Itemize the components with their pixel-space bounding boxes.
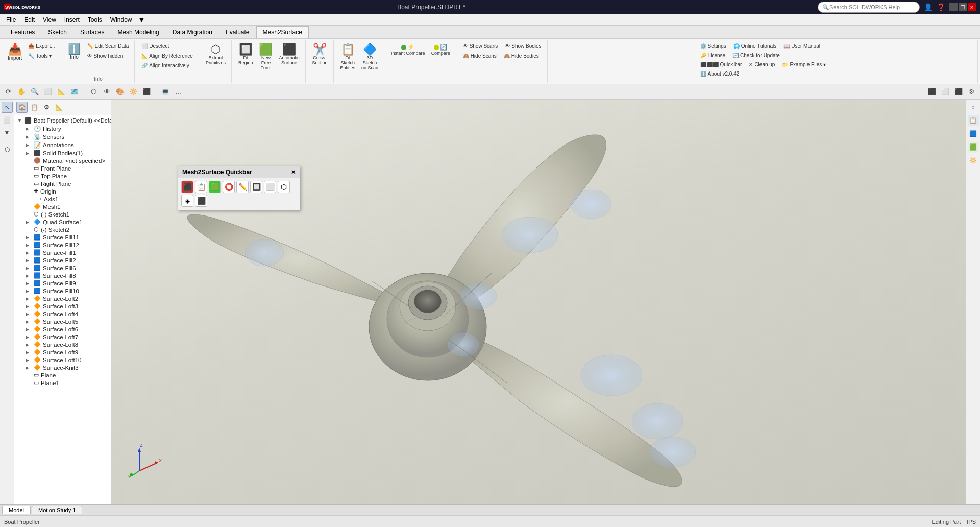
edit-scan-button[interactable]: ✏️ Edit Scan Data xyxy=(85,42,132,51)
right-panel-btn-4[interactable]: 🟩 xyxy=(968,141,979,153)
tree-item-origin[interactable]: ✚ Origin xyxy=(23,187,110,195)
clean-up-button[interactable]: ✕ Clean up xyxy=(746,60,777,69)
tab-data-migration[interactable]: Data Migration xyxy=(166,26,219,38)
tree-item-plane[interactable]: ▭ Plane xyxy=(23,371,110,379)
view-orient-btn[interactable]: 🗺️ xyxy=(68,86,81,98)
about-button[interactable]: ℹ️ About v2.0.42 xyxy=(698,69,742,78)
tree-item-surface-fill11[interactable]: ▶ 🟦 Surface-Fill11 xyxy=(23,233,110,241)
qb-btn-10[interactable]: ⬛ xyxy=(195,195,207,207)
view-appearance-btn[interactable]: 🎨 xyxy=(114,86,126,98)
tree-item-history[interactable]: ▶ 🕐 History xyxy=(23,125,110,133)
tree-item-surface-fill8[interactable]: ▶ 🟦 Surface-Fill8 xyxy=(23,272,110,279)
menu-view[interactable]: View xyxy=(39,15,60,25)
minimize-button[interactable]: – xyxy=(949,3,958,11)
tree-item-surface-loft3[interactable]: ▶ 🔶 Surface-Loft3 xyxy=(23,302,110,310)
view-fullscreen-btn[interactable]: ⬛ xyxy=(926,86,938,98)
show-scans-button[interactable]: 👁 Show Scans xyxy=(460,42,501,51)
tree-item-solid-bodies[interactable]: ▶ ⬛ Solid Bodies(1) xyxy=(23,149,110,157)
view-settings-btn[interactable]: ⚙ xyxy=(966,86,978,98)
import-button[interactable]: 📥 Import xyxy=(5,42,24,63)
tree-item-surface-fill12[interactable]: ▶ 🟦 Surface-Fill12 xyxy=(23,241,110,249)
tree-item-surface-loft8[interactable]: ▶ 🔶 Surface-Loft8 xyxy=(23,341,110,348)
show-bodies-button[interactable]: 👁 Show Bodies xyxy=(502,42,544,51)
search-bar[interactable]: 🔍 xyxy=(818,2,920,13)
qb-btn-4[interactable]: ⭕ xyxy=(223,181,235,193)
tree-item-surface-fill2[interactable]: ▶ 🟦 Surface-Fill2 xyxy=(23,256,110,264)
fit-region-button[interactable]: 🔲 FitRegion xyxy=(236,42,256,67)
export-button[interactable]: 📤 Export... xyxy=(26,42,57,51)
align-interactive-button[interactable]: 🔗 Align Interactively xyxy=(139,61,195,70)
right-panel-btn-2[interactable]: 📋 xyxy=(968,115,979,126)
menu-window[interactable]: Window xyxy=(106,15,136,25)
tree-item-sketch2[interactable]: ⬡ (-) Sketch2 xyxy=(23,226,110,233)
tree-item-surface-loft6[interactable]: ▶ 🔶 Surface-Loft6 xyxy=(23,325,110,333)
check-update-button[interactable]: 🔄 Check for Update xyxy=(730,51,782,60)
view-more-btn[interactable]: … xyxy=(173,86,185,98)
tools-button[interactable]: 🔧 Tools ▾ xyxy=(26,52,57,60)
fit-sketch-button[interactable]: 📋 FitSketchEntities xyxy=(338,42,358,73)
tree-root[interactable]: ▼ ⬛ Boat Propeller (Default) <<Default>_… xyxy=(15,116,110,125)
instant-compare-button[interactable]: ⚡ Instant Compare xyxy=(388,42,428,58)
view-normal-btn[interactable]: 📐 xyxy=(55,86,67,98)
right-panel-btn-1[interactable]: ↕ xyxy=(968,102,979,113)
tree-item-surface-loft10[interactable]: ▶ 🔶 Surface-Loft10 xyxy=(23,356,110,364)
selection-tool-btn[interactable]: ↖ xyxy=(2,102,13,113)
view-display-pane-btn[interactable]: 💻 xyxy=(159,86,172,98)
tree-item-axis1[interactable]: ⟶ Axis1 xyxy=(23,195,110,203)
menu-edit[interactable]: Edit xyxy=(20,15,39,25)
tree-item-annotations[interactable]: ▶ 📝 Annotations xyxy=(23,141,110,149)
cross-section-button[interactable]: ✂️ Cross-Section xyxy=(310,42,330,67)
property-manager-tab[interactable]: 📋 xyxy=(29,102,40,113)
tab-evaluate[interactable]: Evaluate xyxy=(219,26,256,38)
hide-scans-button[interactable]: 🙈 Hide Scans xyxy=(460,52,499,60)
qb-btn-5[interactable]: ✏️ xyxy=(236,181,249,193)
deselect-button[interactable]: ⬜ Deselect xyxy=(139,42,195,51)
3d-sketch-button[interactable]: 🔷 3DSketchon Scan xyxy=(359,42,381,73)
tree-item-surface-fill1[interactable]: ▶ 🟦 Surface-Fill1 xyxy=(23,249,110,256)
tree-item-top-plane[interactable]: ▭ Top Plane xyxy=(23,172,110,180)
restore-button[interactable]: ❐ xyxy=(959,3,967,11)
hide-bodies-button[interactable]: 🙈 Hide Bodies xyxy=(501,52,542,60)
filter-btn[interactable]: ▼ xyxy=(2,127,13,138)
menu-insert[interactable]: Insert xyxy=(60,15,84,25)
tab-surfaces[interactable]: Surfaces xyxy=(74,26,111,38)
menu-help[interactable]: ▼ xyxy=(136,15,148,25)
qb-btn-3[interactable]: 🟩 xyxy=(209,181,221,193)
tab-model[interactable]: Model xyxy=(2,506,31,514)
tree-item-mesh1[interactable]: 🔶 Mesh1 xyxy=(23,203,110,210)
config-manager-tab[interactable]: ⚙ xyxy=(41,102,52,113)
example-files-button[interactable]: 📁 Example Files ▾ xyxy=(779,60,828,69)
extract-primitives-button[interactable]: ⬡ ExtractPrimitives xyxy=(203,42,228,67)
tree-item-front-plane[interactable]: ▭ Front Plane xyxy=(23,164,110,172)
tree-item-right-plane[interactable]: ▭ Right Plane xyxy=(23,180,110,187)
quickbar-button[interactable]: ⬛⬛⬛ Quick bar xyxy=(698,60,745,69)
settings-button[interactable]: ⚙️ Settings xyxy=(698,42,729,51)
user-manual-button[interactable]: 📖 User Manual xyxy=(781,42,823,51)
tree-item-surface-loft2[interactable]: ▶ 🔶 Surface-Loft2 xyxy=(23,295,110,302)
view-zoom-btn[interactable]: 🔍 xyxy=(29,86,41,98)
smart-select-btn[interactable]: ⬡ xyxy=(2,144,13,155)
3d-viewport[interactable]: Mesh2Surface Quickbar ✕ ⬛ 📋 🟩 ⭕ ✏️ 🔲 ⬜ ⬡… xyxy=(111,100,966,504)
info-button[interactable]: ℹ️ Info xyxy=(65,42,84,62)
tree-item-sensors[interactable]: ▶ 📡 Sensors xyxy=(23,133,110,141)
tab-mesh-modeling[interactable]: Mesh Modeling xyxy=(111,26,165,38)
tab-sketch[interactable]: Sketch xyxy=(41,26,74,38)
user-icon[interactable]: 👤 xyxy=(924,3,933,11)
qb-btn-1[interactable]: ⬛ xyxy=(181,181,193,193)
tree-item-material[interactable]: 🟤 Material <not specified> xyxy=(23,157,110,164)
automatic-surface-button[interactable]: ⬛ AutomaticSurface xyxy=(276,42,302,67)
quickbar-dialog-title[interactable]: Mesh2Surface Quickbar ✕ xyxy=(178,166,300,178)
view-fit-btn[interactable]: ⬜ xyxy=(42,86,54,98)
view-rotate-btn[interactable]: ⟳ xyxy=(2,86,14,98)
tree-item-surface-loft7[interactable]: ▶ 🔶 Surface-Loft7 xyxy=(23,333,110,341)
help-icon[interactable]: ❓ xyxy=(937,3,945,11)
tree-item-quad-surface1[interactable]: ▶ 🔷 Quad Surface1 xyxy=(23,218,110,226)
show-hidden-button[interactable]: 👁 Show hidden xyxy=(85,52,132,60)
view-hide-btn[interactable]: 👁 xyxy=(101,86,113,98)
view-scene-btn[interactable]: ⬛ xyxy=(140,86,153,98)
dim-expert-tab[interactable]: 📐 xyxy=(53,102,64,113)
tree-item-surface-fill6[interactable]: ▶ 🟦 Surface-Fill6 xyxy=(23,264,110,272)
new-free-form-button[interactable]: 🟩 NewFreeForm xyxy=(256,42,275,73)
tree-item-plane1[interactable]: ▭ Plane1 xyxy=(23,379,110,387)
search-input[interactable] xyxy=(829,4,915,10)
